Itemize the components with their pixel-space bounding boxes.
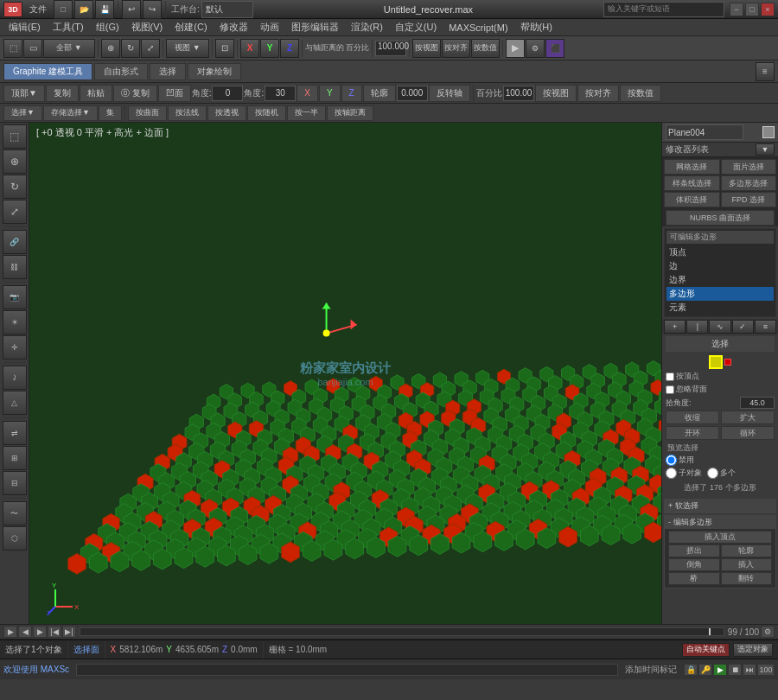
mirror-lt-btn[interactable]: ⇌	[3, 421, 27, 445]
file-menu[interactable]: 文件	[26, 3, 50, 16]
x-constraint-btn[interactable]: X	[240, 39, 259, 58]
element-subobj[interactable]: 元素	[666, 301, 774, 315]
rotate-lt-btn[interactable]: ↻	[3, 175, 27, 199]
grow-btn[interactable]: 扩大	[721, 410, 775, 424]
ignore-back-check[interactable]	[666, 385, 674, 394]
child-radio-label[interactable]: 子对象	[666, 468, 702, 479]
menu-customize[interactable]: 自定义(U)	[390, 20, 442, 35]
ref-coord-btn[interactable]: 视图 ▼	[166, 39, 209, 58]
menu-modifiers[interactable]: 修改器	[214, 20, 253, 35]
set-key-btn[interactable]: 选定对象	[733, 643, 773, 657]
color-swatch[interactable]	[762, 126, 775, 138]
by-vertex-check[interactable]	[666, 372, 674, 381]
right-scroll[interactable]: 选择 按顶点 忽略背面 拾角度:	[662, 334, 778, 624]
align-lt-btn[interactable]: ⊟	[3, 471, 27, 495]
pct-input[interactable]	[503, 86, 534, 101]
edit-poly-header[interactable]: - 编辑多边形	[665, 516, 775, 529]
by-axis-dist-btn[interactable]: 按轴距离	[327, 105, 373, 121]
paint-tab[interactable]: 对象绘制	[188, 63, 241, 80]
outline-btn2[interactable]: 轮廓	[721, 544, 773, 557]
menu-maxscript[interactable]: MAXScript(M)	[443, 22, 513, 34]
by-persp-btn[interactable]: 按透视	[207, 105, 246, 121]
workstation-dropdown[interactable]: 默认	[201, 1, 253, 18]
by-value-btn[interactable]: 按数值	[620, 85, 661, 102]
edge-subobj[interactable]: 边	[666, 259, 774, 273]
scale-btn[interactable]: ⤢	[141, 39, 160, 58]
render-setup-btn[interactable]: ⚙	[526, 39, 545, 58]
angle-select-input[interactable]	[740, 397, 775, 409]
bend-lt-btn[interactable]: ⤸	[3, 366, 27, 390]
ring-btn[interactable]: 开环	[666, 426, 719, 440]
search-box[interactable]: 输入关键字或短语	[603, 2, 724, 17]
light-lt-btn[interactable]: ☀	[3, 310, 27, 334]
next-frame-btn[interactable]: ▶	[33, 626, 47, 638]
by-view-btn[interactable]: 按视图	[535, 85, 577, 102]
vertex-subobj[interactable]: 顶点	[666, 245, 774, 259]
child-radio[interactable]	[666, 468, 677, 479]
angle-input1[interactable]	[212, 86, 243, 101]
align-value-btn[interactable]: 按数值	[471, 39, 500, 58]
scale-lt-btn[interactable]: ⤢	[3, 200, 27, 224]
rp-wave-btn[interactable]: ∿	[709, 320, 730, 334]
set-btn[interactable]: 集	[99, 105, 122, 121]
select-filter-btn[interactable]: 全部 ▼	[43, 39, 95, 58]
layer-lt-btn[interactable]: ⬡	[3, 526, 27, 550]
script-output-bar[interactable]	[76, 664, 618, 676]
graphite-modeling-tab[interactable]: Graphite 建模工具	[3, 63, 92, 80]
paste-btn[interactable]: 粘贴	[80, 85, 112, 102]
percent-value[interactable]: 100.000	[375, 41, 406, 56]
extrude-btn[interactable]: 挤出	[668, 544, 720, 557]
to-end-btn[interactable]: 100	[757, 664, 775, 676]
disabled-radio-label[interactable]: 禁用	[666, 455, 694, 466]
timeline-bar[interactable]	[80, 627, 724, 636]
top-btn[interactable]: 顶部▼	[3, 85, 45, 102]
unlink-lt-btn[interactable]: ⛓	[3, 255, 27, 279]
link-lt-btn[interactable]: 🔗	[3, 230, 27, 254]
x-btn[interactable]: X	[297, 85, 318, 102]
multi-radio-label[interactable]: 多个	[707, 468, 736, 479]
by-normal-btn[interactable]: 按法线	[168, 105, 207, 121]
align-obj-btn[interactable]: 按对齐	[442, 39, 470, 58]
forward-btn[interactable]: ⏭	[743, 664, 756, 676]
taper-lt-btn[interactable]: △	[3, 391, 27, 415]
first-frame-btn[interactable]: |◀	[48, 626, 61, 638]
by-surface-btn[interactable]: 按曲面	[128, 105, 167, 121]
open-btn[interactable]: 📂	[74, 0, 93, 19]
select-region-btn[interactable]: ▭	[23, 39, 42, 58]
last-frame-btn[interactable]: ▶|	[62, 626, 76, 638]
menu-create[interactable]: 创建(C)	[169, 20, 212, 35]
rotate-btn[interactable]: ↻	[121, 39, 140, 58]
menu-view[interactable]: 视图(V)	[126, 20, 169, 35]
reflect-btn[interactable]: 反转轴	[429, 85, 470, 102]
flip-btn[interactable]: 翻转	[721, 572, 773, 585]
ribbon-settings-btn[interactable]: ≡	[756, 62, 775, 81]
pivot-btn[interactable]: ⊡	[215, 39, 234, 58]
menu-group[interactable]: 组(G)	[91, 20, 124, 35]
val1-input[interactable]	[397, 86, 428, 101]
rp-check-btn[interactable]: ✓	[732, 320, 754, 334]
viewport[interactable]: [ +0 透视 0 平滑 + 高光 + 边面 ] 粉家家室内设计 banjiaj…	[29, 123, 661, 624]
prev-frame-btn[interactable]: ◀	[18, 626, 32, 638]
nav-settings-btn[interactable]: ⚙	[761, 626, 775, 638]
z-constraint-btn[interactable]: Z	[280, 39, 299, 58]
select-lt-btn[interactable]: ⬚	[3, 124, 27, 149]
save-btn[interactable]: 💾	[95, 0, 114, 19]
menu-animation[interactable]: 动画	[255, 20, 284, 35]
inset-btn[interactable]: 插入	[721, 558, 773, 571]
angle-input2[interactable]	[265, 86, 296, 101]
auto-key-btn[interactable]: 自动关键点	[682, 643, 730, 657]
menu-tools[interactable]: 工具(T)	[48, 20, 89, 35]
object-name-input[interactable]	[666, 124, 743, 140]
bridge-btn[interactable]: 桥	[668, 572, 720, 585]
border-subobj[interactable]: 边界	[666, 273, 774, 287]
by-align-btn[interactable]: 按对齐	[577, 85, 619, 102]
mesh-select-tab[interactable]: 网格选择	[664, 159, 720, 175]
soft-select-header[interactable]: + 软选择	[665, 500, 775, 512]
modifier-list-expand-btn[interactable]: ▼	[756, 143, 775, 156]
fpd-select-tab[interactable]: FPD 选择	[721, 192, 777, 207]
by-random-btn[interactable]: 按随机	[247, 105, 286, 121]
spline-select-tab[interactable]: 样条线选择	[664, 175, 720, 191]
polygon-subobj[interactable]: 多边形	[666, 287, 774, 301]
bevel-btn[interactable]: 倒角	[668, 558, 720, 571]
helpers-lt-btn[interactable]: ✛	[3, 335, 27, 360]
